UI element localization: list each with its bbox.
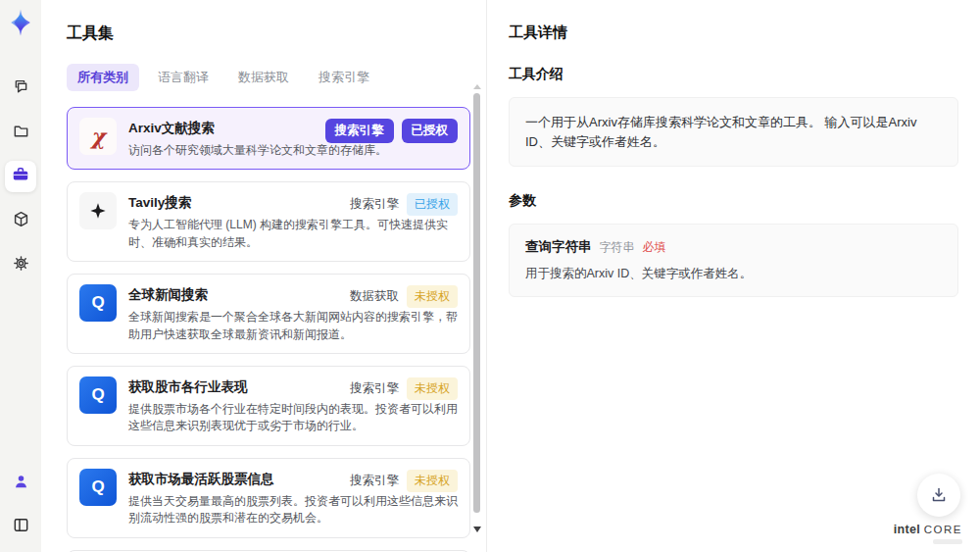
tool-card[interactable]: Q获取股市各行业表现提供股票市场各个行业在特定时间段内的表现。投资者可以利用这些… — [67, 366, 470, 446]
auth-status-badge: 未授权 — [407, 285, 458, 308]
tool-card[interactable]: Tavily搜索专为人工智能代理 (LLM) 构建的搜索引擎工具。可快速提供实时… — [67, 181, 470, 262]
category-badge: 数据获取 — [350, 288, 399, 305]
intel-core-logo: intel CORE — [894, 523, 962, 544]
category-badge: 搜索引擎 — [350, 380, 399, 397]
brand-subtext-bar — [933, 539, 962, 544]
sidebar-item-folder[interactable] — [5, 117, 36, 148]
download-button[interactable] — [917, 474, 960, 517]
sidebar-item-chat[interactable] — [5, 73, 36, 104]
news-app-icon: Q — [79, 376, 117, 414]
tool-card-description: 提供当天交易量最高的股票列表。投资者可以利用这些信息来识别流动性强的股票和潜在的… — [128, 493, 458, 527]
tab-category[interactable]: 数据获取 — [227, 64, 300, 91]
scrollbar-thumb[interactable] — [473, 93, 480, 513]
intro-section-title: 工具介绍 — [509, 66, 958, 83]
tool-card-description: 访问各个研究领域大量科学论文和文章的存储库。 — [128, 142, 387, 159]
tool-card[interactable]: χArxiv文献搜索访问各个研究领域大量科学论文和文章的存储库。搜索引擎已授权 — [67, 107, 470, 170]
chat-icon — [12, 77, 30, 100]
param-required-flag: 必填 — [643, 239, 666, 256]
sidebar-bottom — [5, 468, 36, 542]
detail-title: 工具详情 — [509, 24, 958, 42]
sidebar-item-user-avatar[interactable] — [5, 468, 36, 499]
tavily-star-icon — [79, 192, 117, 229]
user-avatar-icon — [12, 473, 30, 495]
panel-toggle-icon — [12, 516, 30, 538]
tool-card-list: χArxiv文献搜索访问各个研究领域大量科学论文和文章的存储库。搜索引擎已授权T… — [67, 107, 470, 552]
tool-detail-panel: 工具详情 工具介绍 一个用于从Arxiv存储库搜索科学论文和文章的工具。 输入可… — [487, 0, 980, 552]
folder-icon — [12, 122, 30, 144]
list-scrollbar[interactable] — [472, 84, 481, 546]
cube-icon — [12, 210, 30, 232]
scroll-down-arrow-icon[interactable] — [473, 527, 481, 532]
crystal-diamond-logo — [6, 8, 35, 37]
sidebar-item-briefcase[interactable] — [5, 161, 36, 192]
icon-sidebar — [0, 0, 41, 552]
brand-intel-text: intel — [894, 523, 920, 536]
sidebar-item-panel-toggle[interactable] — [5, 511, 36, 542]
tool-card[interactable]: Q全球新闻搜索全球新闻搜索是一个聚合全球各大新闻网站内容的搜索引擎，帮助用户快速… — [67, 274, 470, 354]
page-title: 工具集 — [67, 24, 486, 44]
params-section-title: 参数 — [509, 192, 958, 210]
auth-status-badge: 已授权 — [402, 119, 459, 143]
arxiv-logo-icon: χ — [79, 118, 117, 155]
download-icon — [929, 485, 949, 505]
tab-category[interactable]: 搜索引擎 — [308, 64, 380, 91]
tool-intro-text: 一个用于从Arxiv存储库搜索科学论文和文章的工具。 输入可以是Arxiv ID… — [509, 97, 958, 167]
sidebar-item-cube[interactable] — [5, 205, 36, 236]
tool-card-description: 全球新闻搜索是一个聚合全球各大新闻网站内容的搜索引擎，帮助用户快速获取全球最新资… — [128, 309, 458, 343]
briefcase-icon — [11, 165, 30, 188]
tool-card-description: 专为人工智能代理 (LLM) 构建的搜索引擎工具。可快速提供实时、准确和真实的结… — [128, 217, 458, 251]
param-type: 字符串 — [600, 239, 635, 256]
tab-category[interactable]: 语言翻译 — [147, 64, 220, 91]
auth-status-badge: 未授权 — [407, 377, 458, 400]
param-name: 查询字符串 — [525, 238, 592, 256]
sidebar-item-gear[interactable] — [5, 249, 36, 280]
category-tabs: 所有类别语言翻译数据获取搜索引擎 — [67, 64, 486, 91]
gear-icon — [12, 254, 30, 276]
news-app-icon: Q — [79, 284, 117, 322]
auth-status-badge: 已授权 — [407, 193, 458, 216]
category-badge: 搜索引擎 — [350, 473, 399, 489]
tool-card-description: 提供股票市场各个行业在特定时间段内的表现。投资者可以利用这些信息来识别表现优于或… — [128, 401, 458, 435]
scroll-up-arrow-icon[interactable] — [473, 84, 481, 89]
category-badge: 搜索引擎 — [350, 196, 399, 213]
brand-core-text: CORE — [924, 524, 962, 535]
tool-list-panel: 工具集 所有类别语言翻译数据获取搜索引擎 χArxiv文献搜索访问各个研究领域大… — [41, 0, 487, 552]
news-app-icon: Q — [79, 469, 117, 506]
sidebar-nav — [5, 73, 36, 280]
category-badge: 搜索引擎 — [325, 119, 394, 143]
param-description: 用于搜索的Arxiv ID、关键字或作者姓名。 — [525, 266, 942, 282]
tab-active[interactable]: 所有类别 — [67, 64, 139, 91]
auth-status-badge: 未授权 — [407, 470, 458, 492]
tool-card[interactable]: Q获取市场最活跃股票信息提供当天交易量最高的股票列表。投资者可以利用这些信息来识… — [67, 458, 470, 538]
param-card: 查询字符串 字符串 必填 用于搜索的Arxiv ID、关键字或作者姓名。 — [509, 224, 958, 297]
